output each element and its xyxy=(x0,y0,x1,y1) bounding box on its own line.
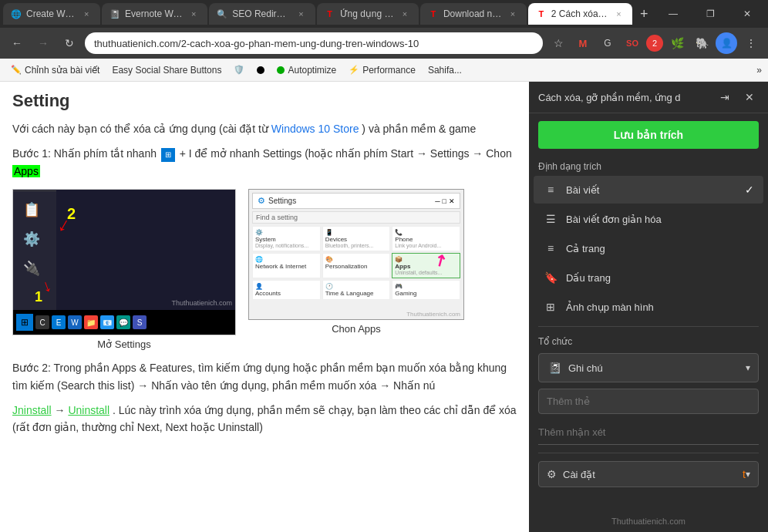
tab-4-close[interactable]: × xyxy=(399,8,411,20)
tab-5[interactable]: T Download nhă... × xyxy=(420,3,527,25)
divider-2 xyxy=(538,453,759,453)
article-icon: ≡ xyxy=(543,182,558,197)
format-article[interactable]: ≡ Bài viết ✓ xyxy=(534,176,763,204)
tab-5-title: Download nhă... xyxy=(443,8,502,19)
bookmark-dot[interactable] xyxy=(252,65,269,76)
panel-expand-icon[interactable]: ⇥ xyxy=(716,88,734,106)
tab-6[interactable]: T 2 Cách xóa, g... × xyxy=(528,3,632,25)
format-article-label: Bài viết xyxy=(566,184,737,196)
tab-2-title: Evernote Web... xyxy=(125,8,183,19)
format-full-page-label: Cả trang xyxy=(566,243,754,254)
maximize-button[interactable]: ❐ xyxy=(692,0,728,28)
format-bookmark-label: Dấu trang xyxy=(566,272,754,284)
panel-title: Cách xóa, gỡ phần mềm, ứng d xyxy=(538,92,709,103)
watermark-right: Thuthuatienich.com xyxy=(406,311,460,318)
tab-1-title: Create Web... xyxy=(26,8,76,19)
tab-4-favicon: T xyxy=(325,8,335,19)
watermark-bottom: Thuthuatienich.com xyxy=(529,510,768,532)
tab-3-favicon: 🔍 xyxy=(217,8,227,19)
tab-6-close[interactable]: × xyxy=(612,8,625,20)
red-arrow-1: ↓ xyxy=(54,212,75,237)
right-panel: Cách xóa, gỡ phần mềm, ứng d ⇥ ✕ Lưu bản… xyxy=(529,82,768,532)
bookmark-shield[interactable]: 🛡️ xyxy=(229,63,249,77)
comment-placeholder: Thêm nhận xét xyxy=(538,426,606,438)
bookmark-easy-social[interactable]: Easy Social Share Buttons xyxy=(107,63,226,77)
panel-header: Cách xóa, gỡ phần mềm, ứng d ⇥ ✕ xyxy=(529,82,768,113)
address-input[interactable] xyxy=(85,32,543,54)
main-content: Setting Với cách này bạn có thể xóa cả ứ… xyxy=(0,82,529,532)
bookmark-performance[interactable]: ⚡ Performance xyxy=(344,63,420,77)
tab-5-close[interactable]: × xyxy=(507,8,519,20)
google-icon[interactable]: G xyxy=(597,32,618,54)
panel-close-icon[interactable]: ✕ xyxy=(740,88,759,106)
notebook-dropdown[interactable]: 📓 Ghi chú ▾ xyxy=(538,353,759,382)
bookmark-sahifa[interactable]: Sahifa... xyxy=(423,63,467,77)
profile-avatar[interactable]: 👤 xyxy=(716,32,737,54)
gear-icon: ⚙ xyxy=(547,468,557,480)
bookmark-edit[interactable]: ✏️ Chỉnh sửa bài viết xyxy=(6,63,104,77)
tab-3[interactable]: 🔍 SEO Redirecti... × xyxy=(209,3,315,25)
bookmark-star-icon[interactable]: ☆ xyxy=(547,32,569,54)
settings-chevron-icon: ▾ xyxy=(746,469,750,480)
tags-placeholder: Thêm thẻ xyxy=(547,396,590,407)
format-screenshot-label: Ảnh chụp màn hình xyxy=(566,301,754,313)
tab-2-close[interactable]: × xyxy=(187,8,200,20)
performance-icon: ⚡ xyxy=(349,65,359,76)
icon6[interactable]: 🐘 xyxy=(691,32,712,54)
close-button[interactable]: ✕ xyxy=(729,0,765,28)
more-options-icon[interactable]: ⋮ xyxy=(740,32,762,54)
format-simplified-label: Bài viết đơn giản hóa xyxy=(566,214,754,225)
screenshot-left-container: 📋 ⚙️ 🔌 ⊞ C E W 📁 📧 xyxy=(12,189,236,350)
bookmark-autoptimize[interactable]: Autoptimize xyxy=(272,63,341,77)
forward-button[interactable]: → xyxy=(32,32,54,54)
images-row: 📋 ⚙️ 🔌 ⊞ C E W 📁 📧 xyxy=(12,189,517,350)
bookmark-autoptimize-label: Autoptimize xyxy=(288,65,336,76)
tab-3-close[interactable]: × xyxy=(295,8,308,20)
back-button[interactable]: ← xyxy=(6,32,28,54)
toolbar-icons: ☆ M G SO 2 🌿 🐘 👤 ⋮ xyxy=(547,32,762,54)
bookmark-edit-label: Chỉnh sửa bài viết xyxy=(25,65,99,76)
tab-2[interactable]: 📓 Evernote Web... × xyxy=(102,3,207,25)
screenshot-right-container: ⚙ Settings ─ □ ✕ Find a setting xyxy=(248,189,464,335)
gmail-icon[interactable]: M xyxy=(572,32,594,54)
minimize-button[interactable]: — xyxy=(655,0,691,28)
comment-input[interactable]: Thêm nhận xét xyxy=(538,420,759,445)
screenshot-right: ⚙ Settings ─ □ ✕ Find a setting xyxy=(248,189,464,320)
reload-button[interactable]: ↻ xyxy=(59,32,80,54)
caption-right: Chon Apps xyxy=(248,323,464,335)
tab-5-favicon: T xyxy=(428,8,439,19)
edit-icon: ✏️ xyxy=(11,65,22,76)
bookmarks-expand[interactable]: » xyxy=(756,65,762,76)
tab-1[interactable]: 🌐 Create Web... × xyxy=(3,3,100,25)
icon5[interactable]: 🌿 xyxy=(666,32,688,54)
tab-1-close[interactable]: × xyxy=(80,8,93,20)
tab-bar: 🌐 Create Web... × 📓 Evernote Web... × 🔍 … xyxy=(0,0,768,28)
caption-left: Mở Settings xyxy=(12,338,236,350)
save-button[interactable]: Lưu bản trích xyxy=(538,121,759,149)
settings-row[interactable]: ⚙ Cài đặt t ▾ xyxy=(538,461,759,487)
bookmark-icon: 🔖 xyxy=(543,270,558,285)
format-screenshot[interactable]: ⊞ Ảnh chụp màn hình xyxy=(534,293,763,321)
tags-input[interactable]: Thêm thẻ xyxy=(538,389,759,414)
format-bookmark[interactable]: 🔖 Dấu trang xyxy=(534,264,763,291)
bookmark-bar: ✏️ Chỉnh sửa bài viết Easy Social Share … xyxy=(0,59,768,82)
icon3[interactable]: SO xyxy=(621,32,643,54)
window-controls: — ❐ ✕ xyxy=(655,0,765,28)
icon4[interactable]: 2 xyxy=(646,35,663,52)
org-section-label: Tổ chức xyxy=(529,332,768,350)
uninstall-link[interactable]: Uninstall xyxy=(68,404,109,416)
tab-3-title: SEO Redirecti... xyxy=(232,8,290,19)
dot-icon xyxy=(257,66,264,74)
format-simplified[interactable]: ☰ Bài viết đơn giản hóa xyxy=(534,205,763,233)
jninstall-link[interactable]: Jninstall xyxy=(12,404,52,416)
step-2-links: Jninstall → Uninstall . Lúc này trình xó… xyxy=(12,402,517,436)
tab-4[interactable]: T Ứng dụng và... × xyxy=(317,3,419,25)
format-full-page[interactable]: ≡ Cả trang xyxy=(534,234,763,262)
new-tab-button[interactable]: + xyxy=(634,3,654,25)
watermark-left: Thuthuatienich.com xyxy=(171,299,232,307)
bookmark-sahifa-label: Sahifa... xyxy=(428,65,462,76)
tab-1-favicon: 🌐 xyxy=(11,8,22,19)
step-number-1: 1 xyxy=(35,289,42,305)
paragraph-1: Với cách này bạn có thể xóa cả ứng dụng … xyxy=(12,120,517,137)
windows-store-link[interactable]: Windows 10 Store xyxy=(271,123,359,135)
